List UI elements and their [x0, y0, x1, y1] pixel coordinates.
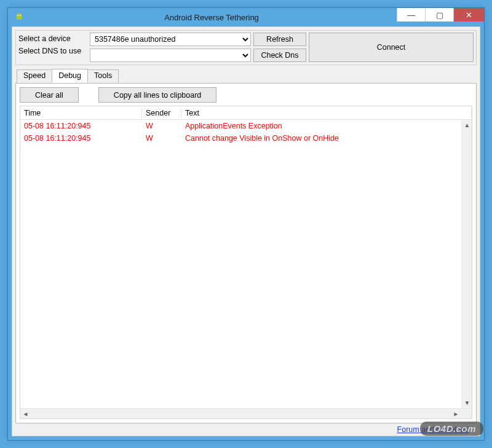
vertical-scrollbar[interactable]: ▲ ▼: [461, 120, 472, 408]
scroll-left-icon[interactable]: ◄: [20, 409, 31, 419]
copy-all-button[interactable]: Copy all lines to clipboard: [98, 87, 216, 103]
window-controls: — ▢ ✕: [397, 8, 484, 22]
tabs: Speed Debug Tools: [15, 69, 477, 83]
app-window: Android Reverse Tethering — ▢ ✕ Select a…: [7, 7, 485, 441]
close-icon: ✕: [466, 10, 472, 20]
tab-speed[interactable]: Speed: [17, 69, 52, 84]
tab-tools[interactable]: Tools: [87, 69, 119, 84]
minimize-icon: —: [407, 10, 415, 20]
cell-text: ApplicationEvents Exception: [181, 122, 472, 130]
device-label: Select a device: [18, 34, 87, 43]
cell-sender: W: [142, 122, 181, 130]
device-select[interactable]: 5357486e unauthorized: [90, 33, 251, 46]
clear-all-button[interactable]: Clear all: [20, 87, 79, 103]
titlebar[interactable]: Android Reverse Tethering — ▢ ✕: [8, 8, 484, 26]
dns-label: Select DNS to use: [18, 47, 87, 55]
svg-rect-1: [17, 16, 22, 20]
app-icon: [12, 10, 26, 25]
debug-tab-page: Clear all Copy all lines to clipboard Ti…: [15, 83, 477, 423]
scroll-down-icon[interactable]: ▼: [462, 398, 472, 408]
scroll-up-icon[interactable]: ▲: [462, 120, 472, 130]
col-time-header[interactable]: Time: [20, 109, 142, 117]
connect-button[interactable]: Connect: [309, 33, 474, 62]
watermark: LO4D.com: [420, 422, 483, 436]
scroll-right-icon[interactable]: ►: [451, 409, 461, 419]
maximize-icon: ▢: [436, 10, 443, 20]
cell-text: Cannot change Visible in OnShow or OnHid…: [181, 134, 472, 143]
table-row[interactable]: 05-08 16:11:20:945WCannot change Visible…: [20, 132, 472, 144]
connection-panel: Select a device Select DNS to use 535748…: [15, 30, 477, 65]
maximize-button[interactable]: ▢: [425, 8, 453, 22]
minimize-button[interactable]: —: [397, 8, 425, 22]
grid-header: Time Sender Text: [20, 106, 472, 120]
col-sender-header[interactable]: Sender: [142, 109, 181, 117]
cell-time: 05-08 16:11:20:945: [20, 134, 142, 143]
footer: Forum and download: [15, 423, 477, 436]
dns-select[interactable]: [90, 49, 251, 62]
log-grid: Time Sender Text 05-08 16:11:20:945WAppl…: [20, 106, 472, 419]
check-dns-button[interactable]: Check Dns: [253, 49, 306, 62]
debug-toolbar: Clear all Copy all lines to clipboard: [20, 87, 472, 103]
svg-point-2: [17, 15, 18, 16]
refresh-button[interactable]: Refresh: [253, 33, 306, 46]
cell-time: 05-08 16:11:20:945: [20, 122, 142, 130]
grid-body[interactable]: 05-08 16:11:20:945WApplicationEvents Exc…: [20, 120, 472, 419]
col-text-header[interactable]: Text: [181, 109, 472, 117]
client-area: Select a device Select DNS to use 535748…: [12, 26, 480, 436]
window-title: Android Reverse Tethering: [26, 13, 397, 22]
tab-debug[interactable]: Debug: [52, 69, 88, 83]
svg-point-3: [20, 15, 21, 16]
horizontal-scrollbar[interactable]: ◄ ►: [20, 408, 472, 419]
cell-sender: W: [142, 134, 181, 143]
table-row[interactable]: 05-08 16:11:20:945WApplicationEvents Exc…: [20, 120, 472, 132]
close-button[interactable]: ✕: [453, 8, 484, 22]
